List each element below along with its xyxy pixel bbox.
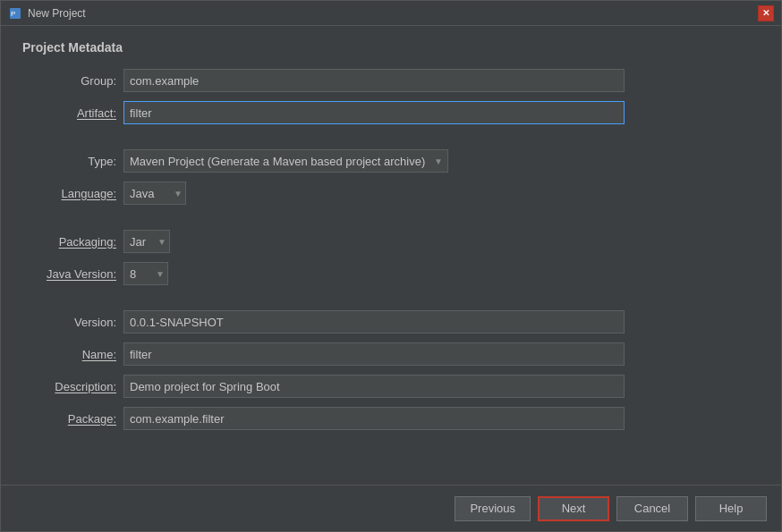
previous-button[interactable]: Previous xyxy=(455,496,531,521)
name-label: Name: xyxy=(22,348,116,361)
packaging-row: Packaging: Jar War ▼ xyxy=(22,230,760,253)
packaging-select[interactable]: Jar War xyxy=(123,230,170,253)
language-select-container: Java Kotlin Groovy ▼ xyxy=(123,182,186,205)
type-select[interactable]: Maven Project (Generate a Maven based pr… xyxy=(123,149,448,173)
window-title: New Project xyxy=(28,7,86,20)
title-bar: P New Project ✕ xyxy=(1,1,781,26)
project-icon: P xyxy=(8,6,22,21)
java-version-row: Java Version: 8 11 17 21 ▼ xyxy=(22,262,760,285)
language-row: Language: Java Kotlin Groovy ▼ xyxy=(22,182,760,205)
section-title: Project Metadata xyxy=(22,40,760,55)
artifact-label: Artifact: xyxy=(22,106,116,120)
title-bar-left: P New Project xyxy=(8,6,86,21)
artifact-input[interactable] xyxy=(123,101,625,124)
dialog-footer: Previous Next Cancel Help xyxy=(1,485,781,531)
language-select[interactable]: Java Kotlin Groovy xyxy=(123,182,186,205)
group-label: Group: xyxy=(22,74,116,88)
package-label: Package: xyxy=(22,412,116,426)
packaging-select-container: Jar War ▼ xyxy=(123,230,170,253)
type-label: Type: xyxy=(22,155,116,168)
language-label: Language: xyxy=(22,187,116,200)
type-row: Type: Maven Project (Generate a Maven ba… xyxy=(22,149,760,173)
java-version-label: Java Version: xyxy=(22,267,116,281)
version-label: Version: xyxy=(22,316,116,329)
dialog-content: Project Metadata Group: Artifact: Type: … xyxy=(1,26,781,485)
name-input[interactable] xyxy=(123,342,625,366)
group-input[interactable] xyxy=(123,69,625,92)
type-select-container: Maven Project (Generate a Maven based pr… xyxy=(123,149,448,173)
java-version-select[interactable]: 8 11 17 21 xyxy=(123,262,168,285)
form-grid: Group: Artifact: Type: Maven Project (Ge… xyxy=(22,69,760,430)
new-project-dialog: P New Project ✕ Project Metadata Group: … xyxy=(0,0,782,532)
packaging-label: Packaging: xyxy=(22,235,116,249)
version-input[interactable] xyxy=(123,310,625,334)
help-button[interactable]: Help xyxy=(695,496,767,521)
description-row: Description: xyxy=(22,375,760,398)
close-button[interactable]: ✕ xyxy=(758,5,774,21)
package-input[interactable] xyxy=(123,407,625,430)
package-row: Package: xyxy=(22,407,760,430)
cancel-button[interactable]: Cancel xyxy=(616,496,688,521)
description-input[interactable] xyxy=(123,375,625,398)
description-label: Description: xyxy=(22,380,116,393)
next-button[interactable]: Next xyxy=(538,496,609,521)
name-row: Name: xyxy=(22,342,760,366)
svg-text:P: P xyxy=(11,10,15,18)
artifact-row: Artifact: xyxy=(22,101,760,124)
group-row: Group: xyxy=(22,69,760,92)
java-version-select-container: 8 11 17 21 ▼ xyxy=(123,262,168,285)
version-row: Version: xyxy=(22,310,760,334)
